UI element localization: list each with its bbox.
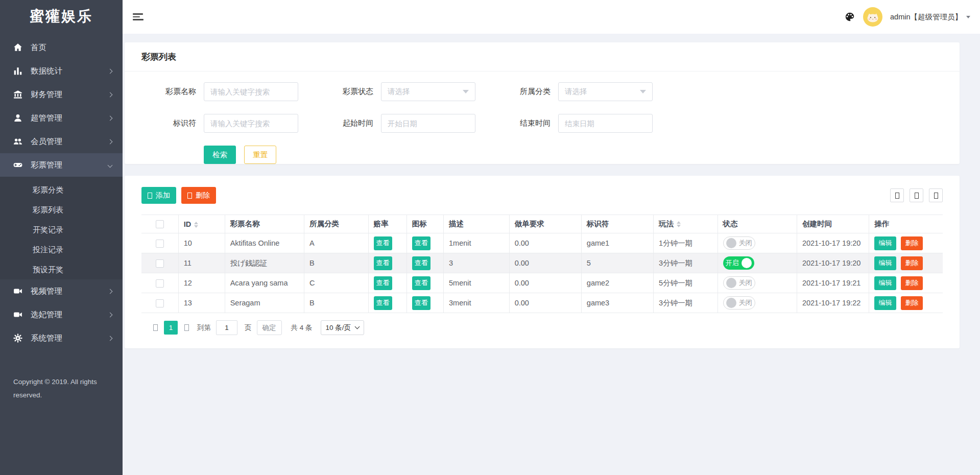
sidebar-subitem-bet-records[interactable]: 投注记录 xyxy=(0,240,123,259)
edit-button[interactable]: 编辑 xyxy=(874,296,896,310)
row-delete-button[interactable]: 删除 xyxy=(901,276,923,290)
theme-palette-icon[interactable] xyxy=(844,11,855,22)
column-header-category: 所属分类 xyxy=(304,215,369,233)
sidebar-item-label: 系统管理 xyxy=(31,333,62,344)
chevron-right-icon xyxy=(108,289,113,294)
cell-category: B xyxy=(304,253,369,273)
cell-requirement: 0.00 xyxy=(509,273,581,293)
user-menu[interactable]: admin【超级管理员】 xyxy=(890,12,970,22)
sort-icon[interactable] xyxy=(194,222,198,228)
video-icon xyxy=(13,287,22,296)
chart-icon xyxy=(13,66,22,76)
sidebar-item-lottery[interactable]: 彩票管理 xyxy=(0,153,123,177)
sidebar-item-finance[interactable]: 财务管理 xyxy=(0,83,123,106)
next-page-button[interactable] xyxy=(183,324,190,331)
edit-button[interactable]: 编辑 xyxy=(874,276,896,290)
view-icon-button[interactable]: 查看 xyxy=(412,276,431,290)
sidebar-item-label: 数据统计 xyxy=(31,66,62,77)
sidebar-item-video[interactable]: 视频管理 xyxy=(0,279,123,303)
row-delete-button[interactable]: 删除 xyxy=(901,236,923,250)
edit-button[interactable]: 编辑 xyxy=(874,236,896,250)
cell-play: 3分钟一期 xyxy=(654,253,718,273)
end-date-input[interactable] xyxy=(558,114,653,133)
cell-name: Seragam xyxy=(225,293,304,313)
gear-icon xyxy=(13,334,22,343)
sidebar-item-home[interactable]: 首页 xyxy=(0,36,123,59)
row-checkbox[interactable] xyxy=(156,299,164,307)
sidebar-subitem-lottery-list[interactable]: 彩票列表 xyxy=(0,200,123,220)
sidebar-item-system[interactable]: 系统管理 xyxy=(0,326,123,350)
view-icon-button[interactable]: 查看 xyxy=(412,236,431,250)
view-odds-button[interactable]: 查看 xyxy=(374,256,392,270)
table-tool-button-2[interactable] xyxy=(910,188,923,202)
table-panel: 添加 删除 xyxy=(125,176,960,348)
delete-button-label: 删除 xyxy=(196,191,210,200)
avatar[interactable] xyxy=(863,7,882,27)
sidebar-subitem-lottery-category[interactable]: 彩票分类 xyxy=(0,180,123,200)
page-input[interactable] xyxy=(216,320,237,335)
row-checkbox[interactable] xyxy=(156,259,164,268)
sidebar-collapse-icon[interactable] xyxy=(131,10,146,24)
pagination: 1 到第 页 确定 共 4 条 10 条/页 xyxy=(141,320,943,335)
view-icon-button[interactable]: 查看 xyxy=(412,256,431,270)
sidebar-item-stats[interactable]: 数据统计 xyxy=(0,59,123,83)
category-select[interactable]: 请选择 xyxy=(558,82,653,101)
column-header-play[interactable]: 玩法 xyxy=(654,215,718,233)
edit-button[interactable]: 编辑 xyxy=(874,256,896,270)
sort-icon[interactable] xyxy=(677,221,681,227)
cell-play: 3分钟一期 xyxy=(654,293,718,313)
start-date-input[interactable] xyxy=(381,114,475,133)
sidebar-item-concubine[interactable]: 选妃管理 xyxy=(0,303,123,326)
status-toggle-off[interactable]: 关闭 xyxy=(723,296,755,310)
delete-button[interactable]: 删除 xyxy=(181,187,216,204)
goto-label: 到第 xyxy=(197,323,211,332)
sidebar: 蜜獾娱乐 首页 数据统计 财务管理 超管管理 会员管理 彩票管理 彩票分类彩票列… xyxy=(0,0,123,475)
page-number-1[interactable]: 1 xyxy=(164,321,178,335)
cell-requirement: 0.00 xyxy=(509,293,581,313)
cell-desc: 3menit xyxy=(443,293,509,313)
prev-page-button[interactable] xyxy=(152,324,159,331)
row-checkbox[interactable] xyxy=(156,279,164,288)
identifier-input[interactable] xyxy=(204,114,298,133)
confirm-page-button[interactable]: 确定 xyxy=(257,320,282,335)
tool-icon xyxy=(915,193,919,199)
view-odds-button[interactable]: 查看 xyxy=(374,276,392,290)
row-delete-button[interactable]: 删除 xyxy=(901,256,923,270)
table-tool-button-1[interactable] xyxy=(890,188,904,202)
view-odds-button[interactable]: 查看 xyxy=(374,296,392,310)
sidebar-item-members[interactable]: 会员管理 xyxy=(0,130,123,153)
table-row: 11 投げ銭認証 B 查看 查看 3 0.00 5 3分钟一期 开启 2021-… xyxy=(141,253,943,273)
view-icon-button[interactable]: 查看 xyxy=(412,296,431,310)
add-button[interactable]: 添加 xyxy=(141,187,176,204)
toggle-knob xyxy=(726,278,736,288)
cell-name: 投げ銭認証 xyxy=(225,253,304,273)
add-button-label: 添加 xyxy=(156,191,170,200)
page-content: 彩票列表 彩票名称 彩票状态 请选择 xyxy=(123,34,980,475)
reset-button[interactable]: 重置 xyxy=(244,146,276,164)
column-header-actions: 操作 xyxy=(869,215,943,233)
sidebar-subitem-draw-records[interactable]: 开奖记录 xyxy=(0,220,123,240)
lottery-status-select[interactable]: 请选择 xyxy=(381,82,475,101)
sidebar-item-admins[interactable]: 超管管理 xyxy=(0,106,123,130)
sidebar-subitem-preset-draw[interactable]: 预设开奖 xyxy=(0,259,123,279)
chevron-down-icon xyxy=(463,90,469,93)
status-toggle-off[interactable]: 关闭 xyxy=(723,236,755,250)
column-header-identifier: 标识符 xyxy=(581,215,653,233)
column-header-id[interactable]: ID xyxy=(178,215,225,233)
tool-icon xyxy=(934,193,938,199)
view-odds-button[interactable]: 查看 xyxy=(374,236,392,250)
row-delete-button[interactable]: 删除 xyxy=(901,296,923,310)
sidebar-item-label: 会员管理 xyxy=(31,136,62,147)
cell-id: 11 xyxy=(178,253,225,273)
select-all-checkbox[interactable] xyxy=(156,220,164,228)
table-tool-button-3[interactable] xyxy=(929,188,943,202)
status-toggle-off[interactable]: 关闭 xyxy=(723,276,755,290)
status-toggle-on[interactable]: 开启 xyxy=(723,256,754,270)
column-label: 描述 xyxy=(449,220,464,228)
search-button[interactable]: 检索 xyxy=(204,146,236,164)
toggle-knob xyxy=(726,298,736,308)
row-checkbox[interactable] xyxy=(156,240,164,248)
column-header-requirement: 做单要求 xyxy=(509,215,581,233)
page-size-select[interactable]: 10 条/页 xyxy=(321,320,365,335)
lottery-name-input[interactable] xyxy=(204,82,298,101)
